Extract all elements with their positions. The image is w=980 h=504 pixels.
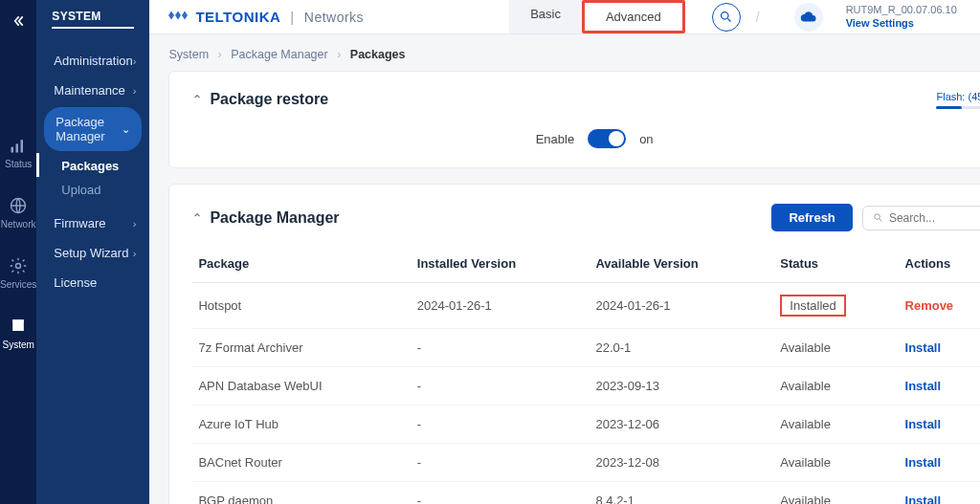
flash-bar: [936, 106, 980, 109]
search-button[interactable]: [712, 3, 741, 32]
icon-rail: Status Network Services System: [0, 0, 36, 504]
logo-icon: [167, 7, 189, 27]
rail-item-system[interactable]: System: [3, 317, 34, 350]
cell-installed-version: -: [412, 482, 590, 505]
cell-available-version: 2023-09-13: [590, 367, 774, 405]
cell-available-version: 2024-01-26-1: [590, 283, 774, 329]
cell-package: BGP daemon: [192, 482, 411, 505]
cell-installed-version: -: [412, 367, 590, 405]
cell-available-version: 8.4.2-1: [590, 482, 774, 505]
col-actions: Actions: [900, 249, 980, 283]
action-link[interactable]: Remove: [905, 298, 954, 313]
action-link[interactable]: Install: [905, 455, 942, 470]
package-restore-card: Flash: (45%) ⌃ Package restore Enable on: [168, 71, 980, 168]
caret-up-icon: ⌃: [192, 93, 202, 106]
package-search-input[interactable]: [889, 211, 980, 225]
flash-usage: Flash: (45%): [936, 91, 980, 109]
cell-status: Available: [774, 482, 899, 505]
rail-label: Status: [5, 159, 32, 169]
cell-package: 7z Format Archiver: [192, 329, 411, 367]
sidebar-item-maintenance[interactable]: Maintenance ›: [36, 76, 149, 105]
cell-available-version: 2023-12-06: [590, 405, 774, 444]
sidebar-heading: SYSTEM: [52, 10, 134, 29]
cell-installed-version: 2024-01-26-1: [412, 283, 590, 329]
breadcrumb: System › Package Manager › Packages: [149, 34, 980, 71]
cell-package: APN Database WebUI: [192, 367, 411, 405]
sidebar-item-firmware[interactable]: Firmware ›: [36, 208, 149, 238]
sidebar-sub-upload[interactable]: Upload: [36, 177, 149, 201]
table-row: BACnet Router-2023-12-08AvailableInstall: [192, 444, 980, 482]
collapse-sidebar-icon[interactable]: [5, 8, 32, 38]
mode-switch: Basic Advanced: [509, 0, 685, 33]
rail-item-network[interactable]: Network: [1, 196, 36, 230]
package-manager-card: ⌃ Package Manager Refresh Package Instal…: [168, 184, 980, 504]
rail-item-services[interactable]: Services: [0, 256, 36, 290]
enable-toggle[interactable]: [588, 129, 626, 148]
search-shortcut: /: [756, 10, 760, 25]
brand-logo[interactable]: TELTONIKA | Networks: [167, 7, 364, 27]
action-link[interactable]: Install: [905, 340, 942, 355]
sidebar-item-setup-wizard[interactable]: Setup Wizard ›: [36, 238, 149, 268]
rail-item-status[interactable]: Status: [5, 136, 32, 169]
sidebar-item-license[interactable]: License: [36, 268, 149, 297]
svg-point-4: [16, 264, 21, 269]
chevron-right-icon: ›: [133, 218, 137, 230]
refresh-button[interactable]: Refresh: [771, 204, 852, 231]
sidebar-item-package-manager[interactable]: Package Manager ⌄: [44, 107, 142, 151]
svg-rect-2: [21, 140, 24, 152]
action-link[interactable]: Install: [905, 379, 942, 393]
cell-status: Available: [774, 329, 899, 367]
crumb-package-manager[interactable]: Package Manager: [231, 48, 327, 61]
cell-installed-version: -: [412, 444, 590, 482]
caret-up-icon: ⌃: [192, 211, 202, 225]
cell-action: Install: [900, 444, 980, 482]
svg-rect-1: [16, 143, 19, 152]
sidebar-item-administration[interactable]: Administration ›: [36, 46, 149, 76]
cell-action: Install: [900, 329, 980, 367]
firmware-version: RUT9M_R_00.07.06.10: [846, 4, 957, 16]
table-row: 7z Format Archiver-22.0-1AvailableInstal…: [192, 329, 980, 367]
svg-rect-0: [11, 147, 14, 153]
col-available-version: Available Version: [590, 249, 774, 283]
cell-status: Available: [774, 444, 899, 482]
cell-status: Available: [774, 405, 899, 444]
view-settings-link[interactable]: View Settings: [846, 17, 957, 30]
action-link[interactable]: Install: [905, 417, 942, 431]
chevron-down-icon: ⌄: [122, 123, 130, 136]
package-search[interactable]: [862, 206, 980, 230]
col-status: Status: [774, 249, 899, 283]
cell-action: Install: [900, 405, 980, 444]
package-restore-title[interactable]: ⌃ Package restore: [192, 91, 936, 108]
mode-advanced[interactable]: Advanced: [582, 0, 685, 33]
search-icon: [873, 211, 883, 224]
table-row: Azure IoT Hub-2023-12-06AvailableInstall: [192, 405, 980, 444]
table-row: Hotspot2024-01-26-12024-01-26-1Installed…: [192, 283, 980, 329]
cloud-icon[interactable]: [794, 3, 823, 32]
rail-label: Services: [0, 279, 36, 290]
cell-package: BACnet Router: [192, 444, 411, 482]
packages-table: Package Installed Version Available Vers…: [192, 249, 980, 504]
topbar: TELTONIKA | Networks Basic Advanced / RU…: [149, 0, 980, 34]
action-link[interactable]: Install: [905, 493, 942, 504]
chevron-right-icon: ›: [133, 85, 137, 97]
rail-label: Network: [1, 219, 36, 230]
cell-available-version: 2023-12-08: [590, 444, 774, 482]
table-row: APN Database WebUI-2023-09-13AvailableIn…: [192, 367, 980, 405]
table-row: BGP daemon-8.4.2-1AvailableInstall: [192, 482, 980, 505]
crumb-system[interactable]: System: [168, 48, 209, 61]
chevron-right-icon: ›: [133, 55, 137, 67]
cell-status: Installed: [774, 283, 899, 329]
svg-point-9: [875, 214, 880, 220]
col-package: Package: [192, 249, 411, 283]
main-area: TELTONIKA | Networks Basic Advanced / RU…: [149, 0, 980, 504]
crumb-current: Packages: [350, 48, 406, 61]
package-manager-title[interactable]: ⌃ Package Manager: [192, 209, 339, 227]
sidebar-sub-packages[interactable]: Packages: [36, 153, 149, 177]
cell-available-version: 22.0-1: [590, 329, 774, 367]
chevron-right-icon: ›: [133, 248, 137, 259]
cell-action: Remove: [900, 283, 980, 329]
cell-status: Available: [774, 367, 899, 405]
cell-action: Install: [900, 367, 980, 405]
cell-installed-version: -: [412, 405, 590, 444]
mode-basic[interactable]: Basic: [509, 0, 582, 33]
